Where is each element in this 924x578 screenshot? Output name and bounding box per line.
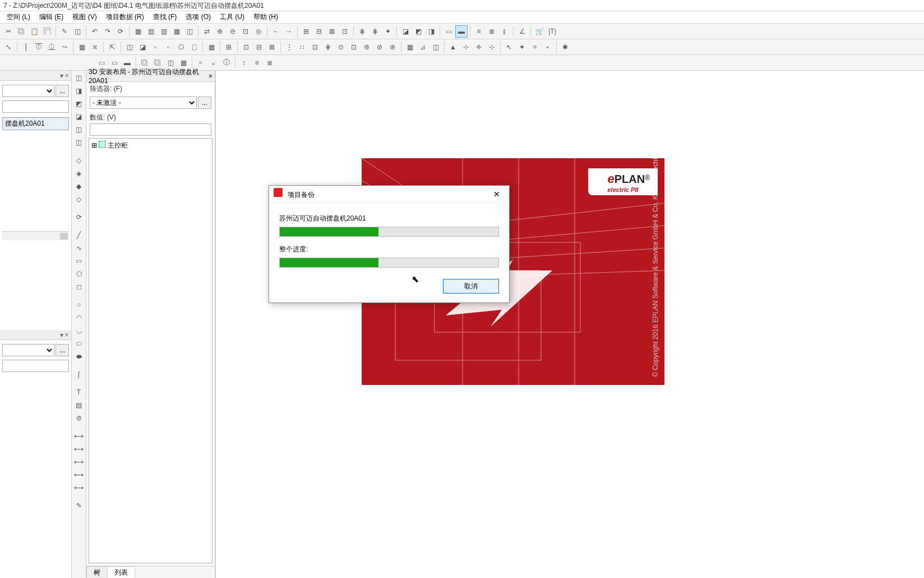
left-combo-btn-2[interactable]: ...: [56, 344, 69, 356]
form2-icon[interactable]: ▤: [145, 25, 157, 38]
vtb-cube-icon[interactable]: ◫: [73, 72, 85, 84]
undo-icon[interactable]: ↶: [89, 25, 101, 38]
zoom-100-icon[interactable]: ◎: [252, 25, 265, 38]
t2-n[interactable]: ⎕: [188, 41, 200, 53]
t2-e[interactable]: ⤳: [58, 41, 71, 53]
prev-icon[interactable]: ←: [270, 25, 282, 38]
grid4-icon[interactable]: ⊡: [339, 25, 351, 38]
vtb-polygon-icon[interactable]: ⬠: [73, 268, 85, 280]
canvas-area[interactable]: © Copyright 2016 EPLAN Software & Servic…: [215, 71, 924, 578]
vtb-dim3-icon[interactable]: ⟷: [73, 456, 85, 468]
dialog-close-button[interactable]: ✕: [489, 188, 505, 200]
vtb-cube6-icon[interactable]: ◫: [73, 136, 85, 149]
vtb-diamond3-icon[interactable]: ◆: [73, 180, 85, 192]
t2-aj[interactable]: ↖: [503, 41, 515, 53]
vtb-diamond2-icon[interactable]: ◈: [73, 167, 85, 180]
t2-m[interactable]: ⎔: [175, 41, 187, 53]
layer2-icon[interactable]: ◩: [412, 25, 424, 38]
vtb-arc2-icon[interactable]: ◡: [73, 324, 85, 337]
vtb-refresh-icon[interactable]: ⟳: [73, 211, 85, 223]
t2-c[interactable]: ⏁: [33, 41, 45, 53]
cancel-button[interactable]: 取消: [443, 279, 499, 293]
t2-a[interactable]: ⤡: [2, 41, 15, 53]
t2-x[interactable]: ⊙: [335, 41, 347, 53]
vtb-ellipse-icon[interactable]: ⬭: [73, 337, 85, 350]
vtb-cube5-icon[interactable]: ◫: [73, 123, 85, 136]
window-icon[interactable]: ◫: [183, 25, 196, 38]
t2-q[interactable]: ⊡: [240, 41, 252, 53]
rect-icon[interactable]: ▭: [442, 25, 455, 38]
t2-y[interactable]: ⊡: [348, 41, 360, 53]
vtb-ellipse2-icon[interactable]: ⬬: [73, 350, 85, 363]
grid2-icon[interactable]: ⊟: [313, 25, 325, 38]
t3-i[interactable]: ⏓: [207, 57, 220, 69]
vtb-circle-icon[interactable]: ○: [73, 299, 85, 311]
t2-l[interactable]: ▫: [162, 41, 174, 53]
menu-project-data[interactable]: 项目数据 (R): [101, 11, 149, 23]
tree-root-item[interactable]: ⊞ 主控柜: [91, 141, 210, 150]
zoom-in-icon[interactable]: ⊕: [214, 25, 226, 38]
snap3-icon[interactable]: ✦: [382, 25, 394, 38]
t2-aa[interactable]: ⊘: [373, 41, 386, 53]
menu-edit[interactable]: 编辑 (E): [35, 11, 68, 23]
dim1-icon[interactable]: ≡: [473, 25, 485, 38]
vtb-cube2-icon[interactable]: ◨: [73, 85, 85, 97]
t2-an[interactable]: ✱: [559, 41, 571, 53]
t2-ag[interactable]: ⊹: [460, 41, 472, 53]
copy-icon[interactable]: ⿻: [15, 25, 27, 38]
snap1-icon[interactable]: ⋕: [356, 25, 368, 38]
t2-al[interactable]: ✧: [529, 41, 541, 53]
t2-w[interactable]: ⋕: [322, 41, 334, 53]
eraser-icon[interactable]: ◫: [71, 25, 84, 38]
vtb-link-icon[interactable]: ⊘: [73, 412, 85, 424]
vtb-dim1-icon[interactable]: ⟷: [73, 430, 85, 442]
t2-v[interactable]: ⊡: [309, 41, 321, 53]
t2-t[interactable]: ⋮: [283, 41, 295, 53]
left-input-1[interactable]: [2, 100, 69, 113]
zoom-fit-icon[interactable]: ⊡: [239, 25, 252, 38]
t2-g[interactable]: ⤭: [89, 41, 101, 53]
paste-icon[interactable]: 📋: [28, 25, 40, 38]
snap2-icon[interactable]: ⋕: [369, 25, 381, 38]
vtb-cube4-icon[interactable]: ◪: [73, 111, 85, 123]
brush-icon[interactable]: ✎: [58, 25, 71, 38]
menu-options[interactable]: 选项 (O): [181, 11, 215, 23]
center-tab-close-icon[interactable]: ×: [209, 72, 212, 80]
t2-u[interactable]: ∷: [296, 41, 308, 53]
vtb-diamond4-icon[interactable]: ◇: [73, 193, 85, 205]
t3-j[interactable]: ⓘ: [220, 57, 233, 69]
left-input-2[interactable]: [2, 360, 69, 372]
t2-ab[interactable]: ⊛: [386, 41, 399, 53]
t2-i[interactable]: ◫: [123, 41, 136, 53]
t2-k[interactable]: ▫: [149, 41, 161, 53]
vtb-text-icon[interactable]: T: [73, 386, 85, 398]
tree-area[interactable]: ⊞ 主控柜: [89, 138, 212, 563]
refresh-icon[interactable]: ⟳: [114, 25, 127, 38]
t2-f[interactable]: ▦: [76, 41, 88, 53]
cart-icon[interactable]: 🛒: [533, 25, 546, 38]
panel-close-icon[interactable]: ×: [63, 72, 70, 80]
left-combo-btn-1[interactable]: ...: [56, 85, 69, 97]
expand-icon[interactable]: ⊞: [91, 141, 97, 149]
t3-m[interactable]: ≣: [264, 57, 276, 69]
form3-icon[interactable]: ▥: [158, 25, 170, 38]
grid-icon[interactable]: ▦: [170, 25, 183, 38]
filter-combo[interactable]: - 未激活 -: [90, 97, 197, 109]
t2-s[interactable]: ⊠: [266, 41, 278, 53]
vtb-edit-icon[interactable]: ✎: [73, 499, 85, 512]
form-icon[interactable]: ▦: [132, 25, 144, 38]
left-tree-item[interactable]: 摆盘机20A01: [2, 117, 69, 130]
tab-tree[interactable]: 树: [86, 566, 108, 578]
t3-k[interactable]: ↕: [238, 57, 250, 69]
text-icon[interactable]: |T|: [546, 25, 558, 38]
menu-space[interactable]: 空间 (L): [2, 11, 35, 23]
redo-icon[interactable]: ↷: [101, 25, 114, 38]
layer1-icon[interactable]: ◪: [399, 25, 412, 38]
t2-h[interactable]: ⇱: [106, 41, 118, 53]
t2-ac[interactable]: ▦: [404, 41, 416, 53]
t2-ae[interactable]: ◫: [429, 41, 442, 53]
vtb-polyline-icon[interactable]: ∿: [73, 242, 85, 254]
vtb-cube3-icon[interactable]: ◩: [73, 98, 85, 110]
sync-icon[interactable]: ⇄: [201, 25, 213, 38]
dim2-icon[interactable]: ≣: [486, 25, 498, 38]
